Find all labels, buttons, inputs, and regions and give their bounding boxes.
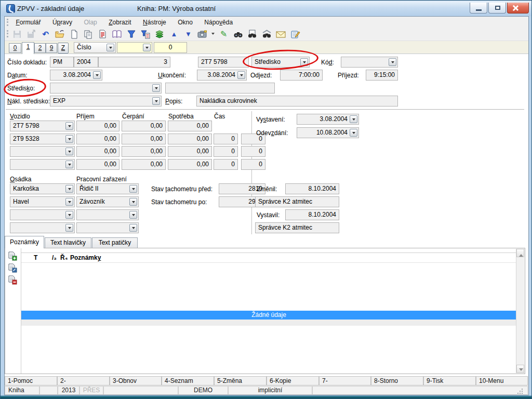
find-document-icon[interactable] xyxy=(247,29,258,39)
odjezd-field[interactable]: 7:00:00 xyxy=(280,70,323,81)
fkey-5[interactable]: 5-Změna xyxy=(214,376,267,385)
undo-icon[interactable]: ↶ xyxy=(40,29,51,39)
spotreba-field[interactable]: 0,00 xyxy=(168,159,212,170)
copy-icon[interactable] xyxy=(83,29,94,39)
tab-poznamky[interactable]: Poznámky xyxy=(5,236,44,248)
datum-dropdown-arrow[interactable] xyxy=(93,71,101,79)
filter-report-icon[interactable] xyxy=(140,29,151,39)
vehicle-dropdown-arrow[interactable] xyxy=(65,148,73,155)
edit-row-icon[interactable] xyxy=(8,263,17,273)
notes-col-flag3[interactable]: /₃ xyxy=(52,254,57,261)
kod-dropdown-arrow[interactable] xyxy=(389,58,396,66)
camera-icon[interactable] xyxy=(197,29,208,39)
titlebar[interactable]: ZPVV - základní údaje Kniha: PM: Výroba … xyxy=(1,1,531,16)
edit-notes-icon[interactable] xyxy=(290,29,301,39)
notes-scrollbar[interactable] xyxy=(516,249,524,373)
notes-col-flag4[interactable]: Ř₄ xyxy=(60,254,68,261)
year-field[interactable]: 2004 xyxy=(74,57,98,68)
cas1-field[interactable]: 0 xyxy=(214,146,238,157)
filter-icon[interactable] xyxy=(126,29,137,39)
delete-row-icon[interactable] xyxy=(8,275,17,285)
crew-role-combo[interactable]: Závozník xyxy=(76,196,139,207)
fkey-3[interactable]: 3-Obnov xyxy=(110,376,162,385)
fkey-2[interactable]: 2- xyxy=(57,376,110,385)
odevzdani-dropdown-arrow[interactable] xyxy=(350,129,357,137)
find-icon[interactable] xyxy=(233,29,244,39)
batch-jobs-icon[interactable] xyxy=(154,29,165,39)
z-button[interactable]: Z xyxy=(58,43,69,54)
vehicle-dropdown-arrow[interactable] xyxy=(65,161,73,168)
crew-member-combo[interactable]: Karkoška xyxy=(10,183,75,194)
stredisko-row-combo[interactable] xyxy=(50,83,162,94)
lookup-combo[interactable] xyxy=(117,42,152,53)
toolbar-grip[interactable] xyxy=(7,30,8,37)
sort-field-select[interactable]: Číslo xyxy=(74,42,116,53)
menu-napoveda[interactable]: Nápověda xyxy=(200,18,237,27)
odevzdani-field[interactable]: 10.08.2004 xyxy=(297,127,359,138)
camera-menu-caret[interactable] xyxy=(211,28,216,39)
find-advanced-icon[interactable] xyxy=(261,29,272,39)
crew-dropdown-arrow[interactable] xyxy=(65,185,73,193)
vehicle-combo[interactable]: 2T7 5798 xyxy=(10,121,75,131)
spotreba-field[interactable]: 0,00 xyxy=(168,146,212,157)
notes-col-type[interactable]: T xyxy=(34,254,37,261)
vehicle-dropdown-arrow[interactable] xyxy=(65,135,73,143)
spotreba-field[interactable]: 0,00 xyxy=(168,121,212,131)
vystaveni-dropdown-arrow[interactable] xyxy=(350,115,357,123)
tab-text-paticky[interactable]: Text patičky xyxy=(92,237,138,248)
menu-formular[interactable]: Formulář xyxy=(11,18,45,27)
record-count-field[interactable]: 0 xyxy=(154,42,187,53)
scroll-up-icon[interactable] xyxy=(516,249,524,257)
ukonceni-dropdown-arrow[interactable] xyxy=(237,71,245,79)
cas1-field[interactable]: 0 xyxy=(214,134,238,144)
stredisko-combo-dropdown-arrow[interactable] xyxy=(300,58,308,66)
cerpani-field[interactable]: 0,00 xyxy=(122,121,166,131)
vehicle-dropdown-arrow[interactable] xyxy=(65,122,73,130)
maximize-button[interactable] xyxy=(488,3,506,14)
role-dropdown-arrow[interactable] xyxy=(129,198,137,206)
nakl-stredisko-combo[interactable]: EXP xyxy=(50,96,162,107)
cas1-field[interactable]: 0 xyxy=(214,159,238,170)
close-button[interactable] xyxy=(507,3,529,14)
prijezd-field[interactable]: 9:15:00 xyxy=(366,70,398,81)
previous-record-icon[interactable]: ▲ xyxy=(168,29,179,39)
vehicle-combo[interactable] xyxy=(10,146,75,157)
fkey-10[interactable]: 10-Menu xyxy=(476,376,528,385)
crew-member-combo[interactable] xyxy=(10,222,75,233)
fkey-6[interactable]: 6-Kopie xyxy=(267,376,319,385)
prijem-field[interactable]: 0,00 xyxy=(76,146,119,157)
vehicle-combo[interactable] xyxy=(10,159,75,170)
fkey-8[interactable]: 8-Storno xyxy=(371,376,423,385)
sort-field-dropdown-arrow[interactable] xyxy=(107,44,114,51)
send-mail-icon[interactable] xyxy=(275,29,286,39)
stredisko-row-dropdown-arrow[interactable] xyxy=(152,84,160,92)
stredisko-combo[interactable]: Středisko xyxy=(251,57,310,68)
crew-dropdown-arrow[interactable] xyxy=(65,224,73,232)
doc-number-field[interactable]: 3 xyxy=(98,57,170,68)
next-record-icon[interactable]: ▼ xyxy=(183,29,194,39)
cas2-field[interactable]: 0 xyxy=(241,146,265,157)
new-document-icon[interactable] xyxy=(69,29,79,39)
role-dropdown-arrow[interactable] xyxy=(129,224,137,232)
menu-upravy[interactable]: Úpravy xyxy=(48,18,77,27)
lookup-dropdown-arrow[interactable] xyxy=(143,44,151,51)
popis-field[interactable]: Nakládka cukrovinek xyxy=(196,96,398,107)
tab-text-hlavicky[interactable]: Text hlavičky xyxy=(45,237,91,248)
prijem-field[interactable]: 0,00 xyxy=(76,159,119,170)
datum-field[interactable]: 3.08.2004 xyxy=(50,70,102,81)
fkey-7[interactable]: 7- xyxy=(319,376,371,385)
form-actions-icon[interactable]: ✎ xyxy=(218,29,229,39)
minimize-button[interactable] xyxy=(470,3,487,14)
menu-zobrazit[interactable]: Zobrazit xyxy=(104,18,136,27)
state-tab-0[interactable]: 0 xyxy=(9,43,21,53)
kod-combo[interactable] xyxy=(341,57,398,68)
scroll-down-icon[interactable] xyxy=(516,365,524,373)
nakl-stredisko-dropdown-arrow[interactable] xyxy=(152,97,160,105)
crew-dropdown-arrow[interactable] xyxy=(65,211,73,219)
state-tab-2[interactable]: 2 xyxy=(34,43,46,53)
menu-okno[interactable]: Okno xyxy=(173,18,197,27)
book-icon[interactable] xyxy=(112,29,123,39)
vehicle-plate-field[interactable]: 2T7 5798 xyxy=(198,57,249,68)
add-row-icon[interactable] xyxy=(8,251,17,261)
vystaveni-field[interactable]: 3.08.2004 xyxy=(297,114,359,125)
